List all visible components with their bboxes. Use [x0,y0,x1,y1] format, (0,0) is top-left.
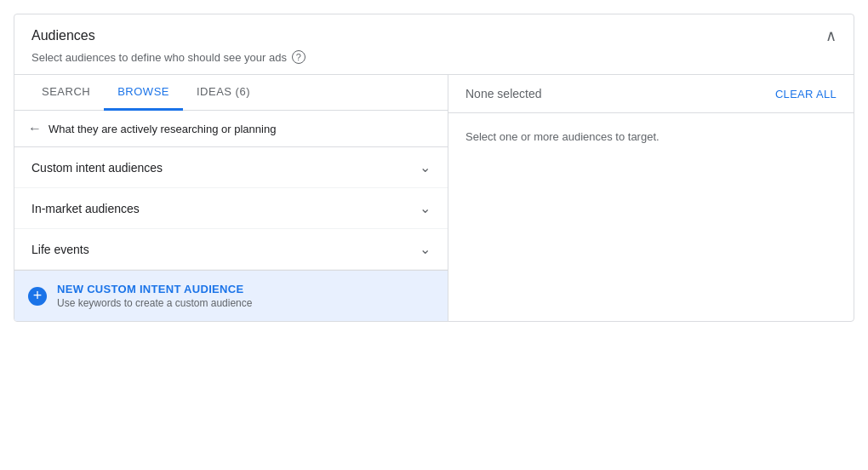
subtitle-text: Select audiences to define who should se… [31,51,287,64]
category-item-in-market[interactable]: In-market audiences ⌄ [14,188,448,229]
back-button[interactable]: ← [28,121,42,136]
category-list: Custom intent audiences ⌄ In-market audi… [14,147,448,270]
collapse-icon[interactable]: ∧ [825,28,837,43]
right-pane-body: Select one or more audiences to target. [448,113,854,321]
audiences-panel: Audiences ∧ Select audiences to define w… [14,14,854,322]
category-label: Life events [31,243,89,256]
bottom-action-text: NEW CUSTOM INTENT AUDIENCE Use keywords … [57,283,252,309]
panel-title: Audiences [31,28,95,43]
category-item-custom-intent[interactable]: Custom intent audiences ⌄ [14,147,448,188]
tab-search[interactable]: SEARCH [28,75,104,111]
subtitle-row: Select audiences to define who should se… [14,50,854,74]
category-label: Custom intent audiences [31,161,163,175]
help-icon[interactable]: ? [292,50,306,64]
panel-header: Audiences ∧ [14,14,854,50]
breadcrumb-text: What they are actively researching or pl… [49,123,276,135]
new-custom-intent-button[interactable]: + NEW CUSTOM INTENT AUDIENCE Use keyword… [14,270,448,321]
content-area: SEARCH BROWSE IDEAS (6) ← What they are … [14,74,854,321]
chevron-down-icon: ⌄ [420,200,431,216]
tab-browse[interactable]: BROWSE [104,75,183,111]
left-pane: SEARCH BROWSE IDEAS (6) ← What they are … [14,75,448,321]
chevron-down-icon: ⌄ [420,241,431,257]
category-item-life-events[interactable]: Life events ⌄ [14,229,448,270]
tabs-bar: SEARCH BROWSE IDEAS (6) [14,75,448,111]
tab-ideas[interactable]: IDEAS (6) [183,75,264,111]
chevron-down-icon: ⌄ [420,159,431,175]
none-selected-text: None selected [465,87,542,100]
right-pane: None selected CLEAR ALL Select one or mo… [448,75,854,321]
right-pane-header: None selected CLEAR ALL [448,75,854,113]
plus-icon: + [28,287,47,306]
breadcrumb: ← What they are actively researching or … [14,111,448,147]
category-label: In-market audiences [31,202,140,215]
clear-all-button[interactable]: CLEAR ALL [775,88,837,100]
select-prompt-text: Select one or more audiences to target. [465,130,660,143]
bottom-action-subtitle: Use keywords to create a custom audience [57,297,252,309]
bottom-action-title: NEW CUSTOM INTENT AUDIENCE [57,283,252,295]
